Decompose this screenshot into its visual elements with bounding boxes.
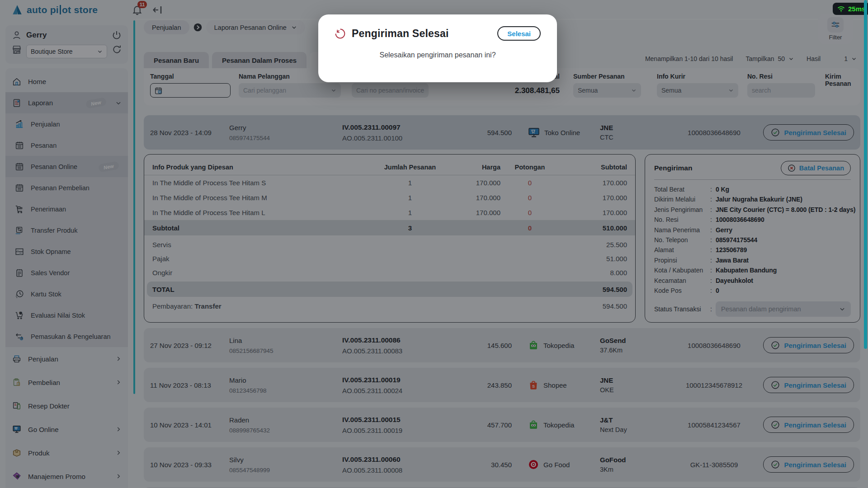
latency-badge: 25ms xyxy=(833,3,868,15)
latency-value: 25ms xyxy=(848,5,865,13)
pengiriman-selesai-modal: Pengiriman Selesai Selesai Selesaikan pe… xyxy=(318,14,557,82)
app-root: { "colors":{"accent":"#2d9cdb","teal":"#… xyxy=(0,0,868,488)
modal-message: Selesaikan pengiriman pesanan ini? xyxy=(335,51,541,59)
selesai-button[interactable]: Selesai xyxy=(497,26,541,41)
wifi-icon xyxy=(837,6,845,12)
scrollbar-thumb[interactable] xyxy=(864,0,867,349)
undo-back-icon[interactable] xyxy=(335,28,346,39)
modal-title: Pengiriman Selesai xyxy=(352,28,491,40)
